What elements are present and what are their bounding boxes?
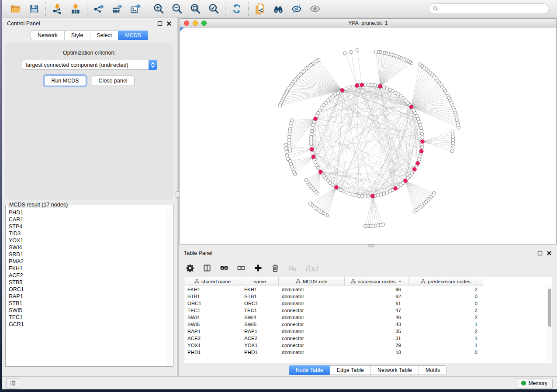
mcds-result-item[interactable]: CAR1	[9, 216, 166, 223]
column-header-predecessor-nodes[interactable]: predecessor nodes	[408, 277, 483, 285]
gear-icon[interactable]	[186, 264, 194, 272]
mcds-result-item[interactable]: TID3	[9, 230, 166, 237]
table-row[interactable]: PHD1PHD1dominator180	[184, 349, 552, 356]
refresh-icon[interactable]	[231, 3, 242, 14]
mcds-result-item[interactable]: STB5	[9, 279, 166, 286]
tab-network-table[interactable]: Network Table	[370, 366, 419, 375]
mcds-result-item[interactable]: GCR1	[9, 321, 166, 328]
search-input[interactable]	[440, 6, 545, 12]
table-row[interactable]: ORC1ORC1dominator610	[184, 300, 552, 307]
import-network-icon[interactable]	[52, 3, 63, 14]
column-header-successor-nodes[interactable]: successor nodes	[345, 277, 408, 285]
table-scrollbar[interactable]	[547, 286, 552, 363]
mcds-result-item[interactable]: RAP1	[9, 293, 166, 300]
tab-motifs[interactable]: Motifs	[419, 366, 446, 375]
result-scrollbar[interactable]	[167, 209, 172, 365]
table-cell: STB1	[241, 294, 279, 299]
mcds-result-item[interactable]: STB1	[9, 300, 166, 307]
delete-icon[interactable]	[271, 264, 280, 272]
mcds-result-item[interactable]: ORC1	[9, 286, 166, 293]
float-panel-icon[interactable]	[157, 21, 163, 26]
search-field[interactable]	[429, 3, 549, 14]
save-session-icon[interactable]	[28, 3, 40, 14]
network-window-title: YPA_prune.txt_1	[349, 20, 388, 26]
table-row[interactable]: SWI4SWI4dominator462	[184, 314, 552, 321]
memory-button[interactable]: Memory	[516, 378, 553, 389]
divider-handle[interactable]	[368, 244, 374, 247]
horizontal-split-divider[interactable]	[179, 244, 557, 247]
select-stepper-icon	[149, 60, 157, 70]
control-panel-header: Control Panel	[2, 17, 177, 30]
network-overview-icon[interactable]	[273, 3, 284, 14]
table-cell: connector	[279, 343, 345, 348]
table-cell: TEC1	[241, 308, 279, 313]
zoom-selected-icon[interactable]	[208, 3, 219, 14]
zoom-in-icon[interactable]	[153, 3, 164, 14]
select-all-icon[interactable]	[220, 264, 228, 272]
tab-select[interactable]: Select	[90, 31, 119, 40]
close-panel-button[interactable]: Close panel	[92, 76, 135, 86]
window-maximize-button[interactable]	[201, 21, 207, 26]
hide-panels-icon[interactable]	[291, 3, 302, 14]
tab-network[interactable]: Network	[31, 31, 64, 40]
export-network-icon[interactable]	[93, 3, 104, 14]
show-hide-icon[interactable]	[309, 3, 321, 14]
zoom-out-icon[interactable]	[171, 3, 183, 14]
criterion-select[interactable]: largest connected component (undirected)	[22, 60, 157, 70]
float-panel-icon[interactable]	[537, 251, 543, 256]
table-cell: 2	[408, 308, 483, 313]
run-mcds-button[interactable]: Run MCDS	[44, 76, 86, 86]
table-row[interactable]: YOX1YOX1connector291	[184, 342, 552, 349]
open-session-icon[interactable]	[10, 3, 21, 14]
window-close-button[interactable]	[184, 21, 189, 26]
mcds-result-item[interactable]: ACE2	[9, 272, 166, 279]
task-history-button[interactable]	[6, 378, 19, 389]
table-row[interactable]: RAP1RAP1dominator352	[184, 328, 552, 335]
column-label: MCDS role	[303, 279, 327, 284]
column-header-name[interactable]: name	[241, 277, 279, 285]
network-window-titlebar[interactable]: YPA_prune.txt_1	[180, 19, 556, 28]
close-panel-icon[interactable]	[547, 251, 552, 256]
table-cell: RAP1	[241, 329, 279, 334]
network-graph	[180, 28, 556, 244]
table-cell: 43	[345, 322, 408, 327]
table-row[interactable]: SWI5SWI5connector431	[184, 321, 552, 328]
mcds-result-item[interactable]: PHD1	[9, 209, 166, 216]
mcds-result-item[interactable]: SWI4	[9, 244, 166, 251]
mcds-result-item[interactable]: SRD1	[9, 251, 166, 258]
column-header-MCDS-role[interactable]: MCDS role	[279, 277, 345, 285]
mcds-result-item[interactable]: STP4	[9, 223, 166, 230]
canvas-corner-gadget[interactable]	[180, 28, 184, 31]
mcds-result-item[interactable]: FKH1	[9, 265, 166, 272]
deselect-all-icon[interactable]	[237, 264, 246, 272]
tab-mcds[interactable]: MCDS	[118, 31, 148, 40]
mcds-result-item[interactable]: TEC1	[9, 314, 166, 321]
zoom-fit-icon[interactable]	[190, 3, 201, 14]
close-panel-icon[interactable]	[166, 21, 172, 26]
mcds-result-list[interactable]: PHD1CAR1STP4TID3YOX1SWI4SRD1PMA2FKH1ACE2…	[7, 209, 166, 365]
tab-node-table[interactable]: Node Table	[289, 365, 330, 375]
tab-style[interactable]: Style	[64, 31, 90, 40]
export-table-icon[interactable]	[111, 3, 123, 14]
table-row[interactable]: FKH1FKH1dominator962	[184, 286, 552, 293]
mcds-result-item[interactable]: SWI5	[9, 307, 166, 314]
columns-icon[interactable]	[203, 264, 211, 272]
mcds-result-item[interactable]: PMA2	[9, 258, 166, 265]
tab-edge-table[interactable]: Edge Table	[330, 366, 370, 375]
vertical-split-divider[interactable]	[177, 17, 179, 376]
table-row[interactable]: TEC1TEC1connector472	[184, 307, 552, 314]
mcds-result-item[interactable]: YOX1	[9, 237, 166, 244]
window-minimize-button[interactable]	[193, 21, 198, 26]
table-cell: TEC1	[184, 308, 241, 313]
duplicate-network-icon[interactable]	[254, 3, 266, 14]
import-table-icon[interactable]	[70, 3, 81, 14]
table-row[interactable]: STB1STB1dominator620	[184, 293, 552, 300]
divider-handle[interactable]	[176, 191, 180, 198]
table-row[interactable]: ACE2ACE2connector311	[184, 335, 552, 342]
add-icon[interactable]	[254, 264, 263, 272]
scrollbar-thumb[interactable]	[548, 289, 551, 327]
column-header-shared-name[interactable]: shared name	[184, 277, 241, 285]
network-canvas[interactable]	[180, 28, 556, 244]
export-image-icon[interactable]	[130, 3, 141, 14]
table-cell: 46	[345, 315, 408, 320]
